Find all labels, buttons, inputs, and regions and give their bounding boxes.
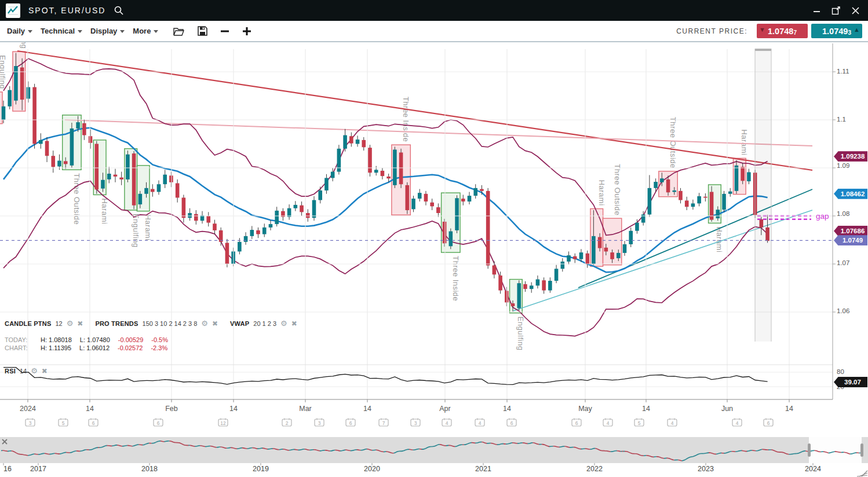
save-icon[interactable]: [198, 26, 207, 36]
rsi-value-badge: 39.07: [834, 377, 867, 387]
price-badge: 1.07686: [834, 226, 867, 236]
chart-change-pct: -2.3%: [151, 344, 167, 352]
candle: [194, 214, 198, 221]
open-folder-icon[interactable]: [173, 27, 185, 36]
calendar-marker-icon[interactable]: 7: [379, 419, 388, 427]
candle: [505, 291, 509, 302]
candle: [716, 210, 720, 218]
trend-line[interactable]: [65, 120, 812, 146]
calendar-marker-icon[interactable]: 6: [764, 419, 773, 427]
calendar-marker-icon[interactable]: 4: [732, 419, 742, 427]
chart-stats-row: CHART: H: 1.11395 L: 1.06012 -0.02572 -2…: [5, 344, 305, 352]
candle: [468, 196, 472, 201]
candle: [629, 231, 633, 244]
candle: [20, 68, 24, 100]
calendar-marker-icon[interactable]: 5: [59, 419, 68, 427]
arrow-down-icon: ▼: [759, 26, 765, 33]
x-tick-label: May: [578, 405, 592, 413]
calendar-marker-icon[interactable]: 4: [603, 419, 612, 427]
candle-pattern-label: Engulfing: [516, 317, 525, 351]
x-tick-label: 14: [503, 405, 511, 413]
candle: [356, 140, 360, 144]
candle: [703, 197, 707, 198]
remove-indicator-icon[interactable]: ✖: [42, 367, 48, 375]
svg-text:6: 6: [767, 420, 770, 426]
popout-icon[interactable]: [831, 6, 841, 15]
calendar-marker-icon[interactable]: 3: [411, 419, 420, 427]
today-change: -0.00529: [118, 336, 143, 344]
candle: [64, 161, 68, 164]
calendar-marker-icon[interactable]: 12: [218, 419, 228, 427]
zoom-in-icon[interactable]: [242, 27, 251, 36]
candle: [418, 193, 422, 199]
gear-icon[interactable]: ⚙: [31, 366, 38, 375]
candle: [163, 175, 167, 185]
calendar-marker-icon[interactable]: 3: [315, 419, 324, 427]
candle-pattern-label: Harami: [740, 129, 749, 155]
calendar-marker-icon[interactable]: 3: [25, 419, 35, 427]
candle: [542, 280, 546, 290]
candle: [294, 205, 298, 208]
window-title: SPOT, EUR/USD: [28, 6, 105, 15]
svg-text:6: 6: [92, 420, 95, 426]
navigator-handle[interactable]: [860, 443, 863, 457]
navigator-year-label: 2020: [364, 465, 380, 473]
candle: [424, 194, 428, 201]
calendar-marker-icon[interactable]: 6: [89, 419, 98, 427]
navigator-year-label: 16: [3, 465, 12, 473]
candle: [182, 197, 186, 218]
remove-indicator-icon[interactable]: ✖: [77, 320, 83, 328]
zoom-out-icon[interactable]: [220, 27, 229, 36]
candle: [89, 136, 93, 143]
bid-price-pip: 7: [793, 30, 797, 36]
indicator-pro-trends: PRO TRENDS 150 3 10 2 14 2 3 8 ⚙ ✖: [95, 319, 218, 328]
navigator-selection[interactable]: [809, 437, 862, 463]
current-price-label: CURRENT PRICE:: [676, 27, 747, 35]
menu-more[interactable]: More: [133, 27, 158, 35]
calendar-marker-icon[interactable]: 6: [346, 419, 355, 427]
candle: [51, 156, 55, 167]
candle: [579, 252, 583, 259]
indicator-name: CANDLE PTNS: [5, 320, 51, 327]
menu-daily[interactable]: Daily: [7, 27, 32, 35]
svg-text:5: 5: [62, 420, 65, 426]
gear-icon[interactable]: ⚙: [280, 319, 287, 328]
remove-indicator-icon[interactable]: ✖: [291, 320, 297, 328]
navigator-track[interactable]: [0, 437, 868, 463]
menu-more-label: More: [133, 27, 151, 35]
svg-text:12: 12: [220, 420, 226, 426]
navigator-handle[interactable]: [808, 443, 811, 457]
minimize-icon[interactable]: [813, 6, 821, 14]
calendar-marker-icon[interactable]: 6: [572, 419, 581, 427]
calendar-marker-icon[interactable]: 6: [507, 419, 516, 427]
calendar-marker-icon[interactable]: 4: [442, 419, 451, 427]
candle: [666, 179, 670, 192]
candle: [368, 148, 372, 173]
calendar-marker-icon[interactable]: 5: [634, 419, 644, 427]
calendar-marker-icon[interactable]: 6: [154, 419, 163, 427]
menu-technical[interactable]: Technical: [41, 27, 82, 35]
y-tick-label: 1.1: [837, 116, 846, 123]
candle: [555, 269, 559, 281]
indicator-name: RSI: [5, 368, 16, 375]
calendar-marker-icon[interactable]: 4: [668, 419, 677, 427]
gear-icon[interactable]: ⚙: [67, 319, 74, 328]
bid-price-badge: ▼ 1.07487: [757, 24, 808, 38]
calendar-marker-icon[interactable]: 4: [475, 419, 484, 427]
menu-display-label: Display: [90, 27, 117, 35]
y-tick-label: 1.09: [837, 162, 849, 169]
gear-icon[interactable]: ⚙: [201, 319, 208, 328]
search-icon[interactable]: [114, 5, 124, 16]
candle: [679, 191, 683, 200]
candle: [523, 284, 527, 289]
svg-text:7: 7: [382, 420, 385, 426]
price-chart-canvas[interactable]: EngulfingEngulfingThree OutsideHaramiEng…: [0, 42, 868, 477]
remove-indicator-icon[interactable]: ✖: [212, 320, 218, 328]
menu-display[interactable]: Display: [90, 27, 125, 35]
svg-text:3: 3: [318, 420, 321, 426]
x-tick-label: 2024: [20, 405, 36, 413]
svg-text:4: 4: [671, 420, 674, 426]
navigator-year-label: 2017: [30, 465, 46, 473]
calendar-marker-icon[interactable]: 2: [282, 419, 291, 427]
close-icon[interactable]: [851, 6, 860, 15]
